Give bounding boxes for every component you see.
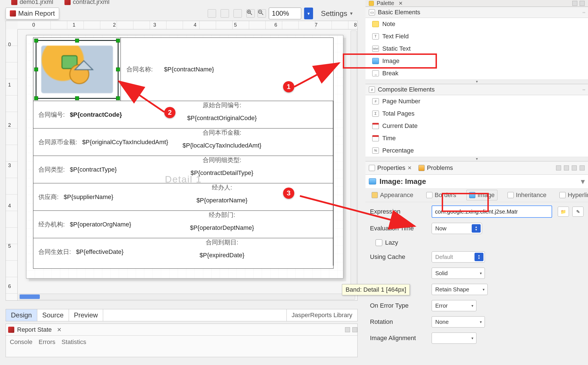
- palette-item-textfield[interactable]: TText Field: [365, 30, 588, 43]
- build-icon[interactable]: [233, 9, 242, 18]
- palette-item-image[interactable]: Image: [365, 55, 588, 67]
- settings-button[interactable]: Settings ▾: [321, 9, 353, 18]
- image-icon: [469, 192, 475, 198]
- zoom-in-icon[interactable]: [246, 9, 255, 18]
- field-expression: $P{contractName}: [164, 66, 214, 73]
- rotation-select[interactable]: None: [432, 316, 485, 327]
- resize-handle[interactable]: [34, 39, 38, 43]
- zoom-input[interactable]: [269, 8, 301, 19]
- table-row-header[interactable]: 合同名称: $P{contractName}: [33, 38, 333, 101]
- close-icon[interactable]: ✕: [57, 326, 62, 333]
- image-cell[interactable]: [33, 38, 121, 101]
- maximize-icon[interactable]: [580, 165, 585, 170]
- palette-separator[interactable]: [365, 79, 588, 84]
- tab-design[interactable]: Design: [6, 309, 37, 321]
- palette-item-percentage[interactable]: %Percentage: [365, 144, 588, 157]
- resize-handle[interactable]: [75, 96, 79, 100]
- resize-handle[interactable]: [34, 96, 38, 100]
- close-icon[interactable]: ✕: [408, 165, 412, 171]
- palette-section-basic[interactable]: ▭ Basic Elements ◦◦: [365, 7, 588, 18]
- tab-properties[interactable]: Properties ✕: [369, 164, 412, 172]
- checkbox-box[interactable]: [376, 239, 382, 246]
- ruler-tick: 2: [8, 122, 11, 128]
- library-label: JasperReports Library: [286, 309, 357, 321]
- tab-preview[interactable]: Preview: [69, 309, 103, 321]
- palette-section-composite[interactable]: # Composite Elements ◦◦: [365, 84, 588, 95]
- eval-time-select[interactable]: Now ▲▼: [432, 223, 482, 234]
- table-row[interactable]: 合同类型: $P{contractType} 合同明细类型: $P{contra…: [33, 156, 333, 183]
- palette-item-break[interactable]: ⎯Break: [365, 67, 588, 79]
- subtab-errors[interactable]: Errors: [39, 338, 55, 346]
- pin-icon[interactable]: [556, 165, 561, 170]
- ruler-tick: 0: [8, 42, 11, 48]
- minimize-icon[interactable]: [572, 1, 577, 6]
- expression-input[interactable]: [432, 205, 552, 218]
- image-element-selected[interactable]: [36, 40, 119, 99]
- table-row[interactable]: 经办机构: $P{operatorOrgName} 经办部门: $P{opera…: [33, 211, 333, 238]
- resize-handle[interactable]: [75, 39, 79, 43]
- zoom-dropdown[interactable]: ▾: [304, 8, 313, 19]
- fill-select[interactable]: Solid: [432, 268, 485, 279]
- minimize-icon[interactable]: [572, 165, 577, 170]
- subtab-borders[interactable]: Borders: [423, 190, 459, 200]
- tab-problems[interactable]: Problems: [418, 164, 453, 172]
- using-cache-select[interactable]: Default ▲▼: [432, 251, 485, 263]
- subtab-hyperlink[interactable]: Hyperlink: [557, 190, 588, 200]
- resize-handle[interactable]: [116, 67, 120, 71]
- resize-handle[interactable]: [116, 39, 120, 43]
- data-adapter-icon[interactable]: [221, 9, 229, 18]
- palette-item-pagenumber[interactable]: #Page Number: [365, 95, 588, 107]
- settings-label: Settings: [321, 9, 347, 18]
- lazy-checkbox[interactable]: Lazy: [376, 239, 398, 246]
- collapse-icon[interactable]: ◦◦: [582, 10, 585, 15]
- table-row[interactable]: 合同编号: $P{contractCode} 原始合同编号: $P{contra…: [33, 101, 333, 128]
- collapse-icon[interactable]: ◦◦: [582, 87, 585, 92]
- palette-separator[interactable]: [365, 157, 588, 161]
- subtab-statistics[interactable]: Statistics: [62, 338, 86, 346]
- table-cell[interactable]: 合同到期日: $P{expiredDate}: [111, 238, 333, 299]
- table-row[interactable]: 合同生效日: $P{effectiveDate} 合同到期日: $P{expir…: [33, 238, 333, 266]
- table-row[interactable]: 合同原币金额: $P{originalCcyTaxIncludedAmt} 合同…: [33, 128, 333, 156]
- vertical-scrollbar[interactable]: [351, 31, 357, 293]
- scroll-thumb[interactable]: [20, 294, 40, 299]
- menu-icon[interactable]: [564, 165, 569, 170]
- report-table[interactable]: 合同名称: $P{contractName} 合同编号: $P{contract…: [33, 38, 334, 269]
- palette-item-totalpages[interactable]: ΣTotal Pages: [365, 107, 588, 120]
- file-tab-demo1[interactable]: demo1.jrxml: [11, 0, 53, 4]
- expression-editor-button[interactable]: ✎: [572, 207, 584, 217]
- dataset-icon[interactable]: [208, 9, 216, 18]
- report-page[interactable]: 合同名称: $P{contractName} 合同编号: $P{contract…: [26, 35, 343, 279]
- minimize-icon[interactable]: [345, 327, 350, 332]
- onerror-select[interactable]: Error: [432, 300, 476, 311]
- table-row[interactable]: 供应商: $P{supplierName} 经办人: $P{operatorNa…: [33, 183, 333, 211]
- palette-item-statictext[interactable]: labelStatic Text: [365, 43, 588, 55]
- subtab-console[interactable]: Console: [10, 338, 33, 346]
- chevron-down-icon[interactable]: ▾: [581, 177, 585, 186]
- properties-icon: [369, 165, 375, 171]
- edit-icon: ✎: [576, 209, 580, 214]
- maximize-icon[interactable]: [352, 327, 357, 332]
- properties-header: Image: Image ▾: [365, 175, 588, 188]
- palette-item-note[interactable]: Note: [365, 18, 588, 30]
- resize-handle[interactable]: [116, 96, 120, 100]
- browse-folder-button[interactable]: 📁: [558, 207, 569, 217]
- close-icon[interactable]: ✕: [399, 0, 403, 6]
- ruler-tick: 7: [315, 22, 318, 28]
- subtab-inheritance[interactable]: Inheritance: [505, 190, 549, 200]
- horizontal-scrollbar[interactable]: [19, 294, 355, 300]
- zoom-out-icon[interactable]: [258, 9, 266, 18]
- field-label: 合同类型:: [38, 165, 65, 174]
- field-label: 合同名称:: [126, 65, 153, 74]
- subtab-appearance[interactable]: Appearance: [369, 190, 416, 200]
- image-alignment-select[interactable]: [432, 333, 476, 344]
- palette-item-currentdate[interactable]: Current Date: [365, 120, 588, 132]
- maximize-icon[interactable]: [580, 1, 585, 6]
- title-cell[interactable]: 合同名称: $P{contractName}: [121, 38, 333, 101]
- palette-item-time[interactable]: Time: [365, 132, 588, 144]
- file-tab-contract[interactable]: contract.jrxml: [64, 0, 110, 4]
- resize-handle[interactable]: [34, 67, 38, 71]
- scale-image-select[interactable]: Retain Shape: [432, 284, 488, 295]
- tab-source[interactable]: Source: [37, 309, 69, 321]
- subtab-image[interactable]: Image: [466, 190, 497, 200]
- main-report-button[interactable]: Main Report: [6, 8, 59, 19]
